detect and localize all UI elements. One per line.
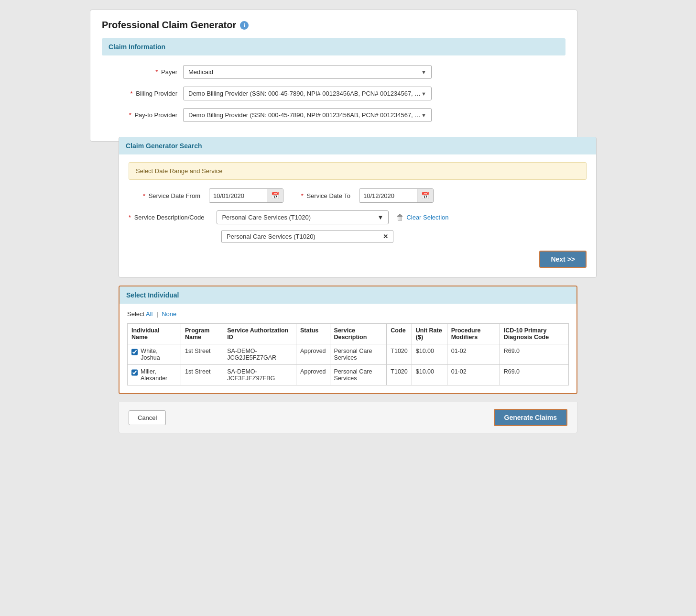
action-bar: Cancel Generate Claims [119,402,577,433]
date-row: * Service Date From 📅 * Service Date To [129,188,587,203]
service-date-from-input-wrapper: 📅 [209,188,283,203]
search-header: Claim Generator Search [119,137,596,154]
page-title: Professional Claim Generator i [102,20,566,31]
cancel-button[interactable]: Cancel [129,410,166,425]
icd10-1: R69.0 [500,365,568,385]
procedure-modifiers-0: 01-02 [447,344,500,365]
claim-information-header: Claim Information [102,38,566,55]
individual-name-1: Miller, Alexander [141,368,177,382]
service-date-to-input[interactable] [359,189,417,202]
service-description-row: * Service Description/Code Personal Care… [129,210,587,224]
clear-icon: 🗑 [396,213,404,222]
payer-row: * Payer Medicaid ▼ [102,65,566,79]
program-name-1: 1st Street [181,365,223,385]
payer-label: * Payer [102,68,183,76]
col-auth-id: Service Authorization ID [223,324,296,344]
service-description-label: * Service Description/Code [129,214,209,221]
service-date-from-label: * Service Date From [129,192,205,199]
payer-dropdown-arrow: ▼ [421,69,426,75]
individuals-table: Individual Name Program Name Service Aut… [127,323,569,385]
col-program-name: Program Name [181,324,223,344]
col-procedure-modifiers: Procedure Modifiers [447,324,500,344]
unit-rate-0: $10.00 [412,344,447,365]
col-icd10: ICD-10 Primary Diagnosis Code [500,324,568,344]
unit-rate-1: $10.00 [412,365,447,385]
col-individual-name: Individual Name [128,324,181,344]
service-description-1: Personal Care Services [330,365,387,385]
auth-id-0: SA-DEMO-JCG2JE5FZ7GAR [223,344,296,365]
billing-provider-select[interactable]: Demo Billing Provider (SSN: 000-45-7890,… [183,87,432,100]
next-button-row: Next >> [129,251,587,268]
col-service-description: Service Description [330,324,387,344]
select-all-link[interactable]: All [146,310,152,318]
search-card: Claim Generator Search Select Date Range… [119,137,597,278]
service-date-to-calendar-icon[interactable]: 📅 [417,189,433,202]
service-date-to-group: * Service Date To 📅 [293,188,434,203]
selected-service-tag: Personal Care Services (T1020) ✕ [221,230,393,243]
col-code: Code [387,324,412,344]
col-status: Status [296,324,330,344]
service-date-from-input[interactable] [209,189,267,202]
status-1: Approved [296,365,330,385]
individual-name-0: White, Joshua [141,348,177,361]
alert-box: Select Date Range and Service [129,162,587,180]
pay-to-provider-label: * Pay-to Provider [102,111,183,119]
remove-tag-button[interactable]: ✕ [383,233,388,240]
pay-to-provider-dropdown-arrow: ▼ [421,112,426,118]
icd10-0: R69.0 [500,344,568,365]
service-date-from-calendar-icon[interactable]: 📅 [267,189,283,202]
service-date-to-label: * Service Date To [293,192,355,199]
auth-id-1: SA-DEMO-JCF3EJEZ97FBG [223,365,296,385]
service-description-select[interactable]: Personal Care Services (T1020) ▼ [217,210,389,224]
row-checkbox-0[interactable] [131,349,138,355]
row-checkbox-1[interactable] [131,369,138,376]
select-links: Select All | None [127,310,569,318]
service-date-to-input-wrapper: 📅 [359,188,434,203]
code-1: T1020 [387,365,412,385]
col-unit-rate: Unit Rate ($) [412,324,447,344]
generate-claims-button[interactable]: Generate Claims [494,409,568,426]
select-individual-card: Select Individual Select All | None Indi… [119,286,577,394]
pay-to-provider-select[interactable]: Demo Billing Provider (SSN: 000-45-7890,… [183,108,432,122]
select-none-link[interactable]: None [162,310,176,318]
billing-provider-label: * Billing Provider [102,90,183,97]
billing-provider-row: * Billing Provider Demo Billing Provider… [102,87,566,100]
payer-select[interactable]: Medicaid ▼ [183,65,432,79]
table-row: White, Joshua1st StreetSA-DEMO-JCG2JE5FZ… [128,344,569,365]
procedure-modifiers-1: 01-02 [447,365,500,385]
service-date-from-group: * Service Date From 📅 [129,188,283,203]
pay-to-provider-row: * Pay-to Provider Demo Billing Provider … [102,108,566,122]
info-icon[interactable]: i [240,21,249,30]
service-description-0: Personal Care Services [330,344,387,365]
main-card: Professional Claim Generator i Claim Inf… [90,10,577,142]
code-0: T1020 [387,344,412,365]
program-name-0: 1st Street [181,344,223,365]
table-header-row: Individual Name Program Name Service Aut… [128,324,569,344]
billing-provider-dropdown-arrow: ▼ [421,91,426,97]
table-row: Miller, Alexander1st StreetSA-DEMO-JCF3E… [128,365,569,385]
service-description-dropdown-arrow: ▼ [378,214,384,221]
individual-header: Select Individual [120,286,576,304]
page-title-text: Professional Claim Generator [102,20,236,31]
next-button[interactable]: Next >> [539,251,587,268]
status-0: Approved [296,344,330,365]
clear-selection-link[interactable]: 🗑 Clear Selection [396,213,448,222]
